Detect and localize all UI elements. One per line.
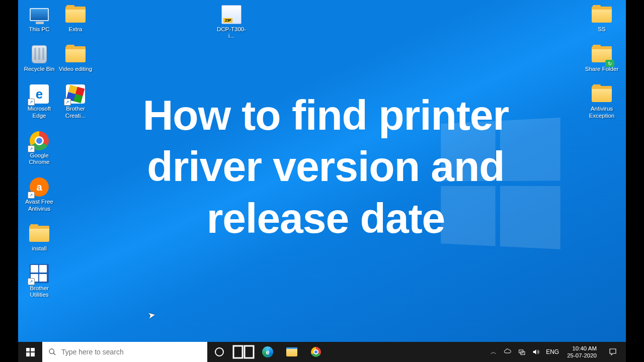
icon-label: Recycle Bin <box>24 66 55 72</box>
share-badge-icon: ↻ <box>605 60 614 67</box>
icon-label: Brother Utilities <box>22 285 56 298</box>
action-center-button[interactable] <box>603 347 623 356</box>
speaker-icon <box>532 348 540 356</box>
edge-icon <box>262 346 273 357</box>
icon-label: Brother Creati... <box>58 106 93 119</box>
icon-label: Antivirus Exception <box>585 106 619 119</box>
recycle-bin-icon <box>32 45 47 63</box>
taskbar-spacer <box>328 342 488 362</box>
shortcut-arrow-icon: ↗ <box>28 99 35 106</box>
start-button[interactable] <box>18 342 42 362</box>
icon-label: Microsoft Edge <box>22 106 56 119</box>
icon-label: SS <box>598 26 605 33</box>
desktop-icons-col2: Extra Video editing ↗ Brother Creati... <box>58 4 93 119</box>
search-input[interactable] <box>61 348 201 356</box>
icon-label: Share Folder <box>585 66 618 72</box>
this-pc-icon <box>30 8 49 21</box>
taskbar: ︿ ENG 10:40 AM 25-07-2020 <box>18 342 626 362</box>
folder-icon <box>65 7 86 23</box>
overlay-title-text: How to find printer driver version and r… <box>96 89 555 244</box>
search-icon <box>48 348 56 356</box>
icon-label: Google Chrome <box>22 152 56 165</box>
task-view-button[interactable] <box>231 342 256 362</box>
cloud-icon <box>504 348 512 356</box>
letterbox-right <box>626 0 644 362</box>
file-explorer-icon <box>286 347 297 356</box>
icon-label: Extra <box>69 26 83 33</box>
icon-label: This PC <box>29 26 50 33</box>
folder-icon <box>29 226 49 242</box>
desktop-icon-recycle-bin[interactable]: Recycle Bin <box>22 44 56 72</box>
desktop-icon-brother-creative[interactable]: ↗ Brother Creati... <box>58 83 93 119</box>
windows-logo-icon <box>26 348 35 356</box>
chevron-up-icon: ︿ <box>491 348 497 356</box>
taskbar-chrome[interactable] <box>304 342 328 362</box>
chrome-icon <box>311 347 321 357</box>
shortcut-arrow-icon: ↗ <box>28 278 35 285</box>
desktop-icon-avast[interactable]: a↗ Avast Free Antivirus <box>22 176 56 212</box>
icon-label: install <box>32 245 46 252</box>
cortana-button[interactable] <box>207 342 231 362</box>
icon-label: Video editing <box>59 66 92 72</box>
tray-volume[interactable] <box>530 342 542 362</box>
desktop-icons-col-mid: DCP-T300-i... <box>214 4 249 39</box>
task-view-icon <box>231 340 256 362</box>
desktop-icon-dcp-t300[interactable]: DCP-T300-i... <box>214 4 249 39</box>
desktop-icon-ss[interactable]: SS <box>585 4 619 33</box>
desktop-icon-video-editing[interactable]: Video editing <box>58 44 93 72</box>
taskbar-edge[interactable] <box>256 342 280 362</box>
tray-network[interactable] <box>516 342 528 362</box>
desktop-icons-col1: This PC Recycle Bin e↗ Microsoft Edge ↗ … <box>22 4 56 298</box>
cortana-icon <box>215 347 224 356</box>
folder-icon <box>592 86 612 102</box>
tray-overflow-button[interactable]: ︿ <box>488 342 500 362</box>
taskbar-search[interactable] <box>42 342 207 362</box>
svg-line-1 <box>53 353 55 355</box>
svg-rect-2 <box>233 346 243 358</box>
system-tray: ︿ ENG 10:40 AM 25-07-2020 <box>488 342 626 362</box>
desktop[interactable]: This PC Recycle Bin e↗ Microsoft Edge ↗ … <box>18 0 626 342</box>
mouse-cursor-icon: ➤ <box>147 309 156 321</box>
icon-label: Avast Free Antivirus <box>22 199 56 212</box>
desktop-icon-brother-utilities[interactable]: ↗ Brother Utilities <box>22 263 56 298</box>
desktop-icon-edge[interactable]: e↗ Microsoft Edge <box>22 83 56 119</box>
network-icon <box>518 348 526 356</box>
notification-icon <box>608 347 617 356</box>
svg-rect-3 <box>245 346 254 358</box>
shortcut-arrow-icon: ↗ <box>28 192 35 199</box>
desktop-icon-extra[interactable]: Extra <box>58 4 93 33</box>
letterbox-left <box>0 0 18 362</box>
folder-icon <box>65 46 86 62</box>
taskbar-file-explorer[interactable] <box>280 342 304 362</box>
folder-icon <box>592 7 612 23</box>
desktop-icon-this-pc[interactable]: This PC <box>22 4 56 33</box>
shortcut-arrow-icon: ↗ <box>28 145 35 152</box>
taskbar-clock[interactable]: 10:40 AM 25-07-2020 <box>563 345 601 359</box>
desktop-icons-col-right: SS ↻ Share Folder Antivirus Exception <box>585 4 619 119</box>
clock-time: 10:40 AM <box>572 345 597 352</box>
icon-label: DCP-T300-i... <box>214 26 249 39</box>
desktop-icon-chrome[interactable]: ↗ Google Chrome <box>22 130 56 165</box>
zip-archive-icon <box>221 5 242 24</box>
desktop-icon-share-folder[interactable]: ↻ Share Folder <box>585 44 619 72</box>
desktop-icon-install[interactable]: install <box>22 223 56 252</box>
desktop-icon-antivirus-exception[interactable]: Antivirus Exception <box>585 83 619 119</box>
clock-date: 25-07-2020 <box>567 352 597 359</box>
svg-point-0 <box>49 349 54 353</box>
language-indicator: ENG <box>546 348 559 355</box>
tray-onedrive[interactable] <box>502 342 514 362</box>
tray-language[interactable]: ENG <box>544 342 561 362</box>
shortcut-arrow-icon: ↗ <box>64 99 71 106</box>
